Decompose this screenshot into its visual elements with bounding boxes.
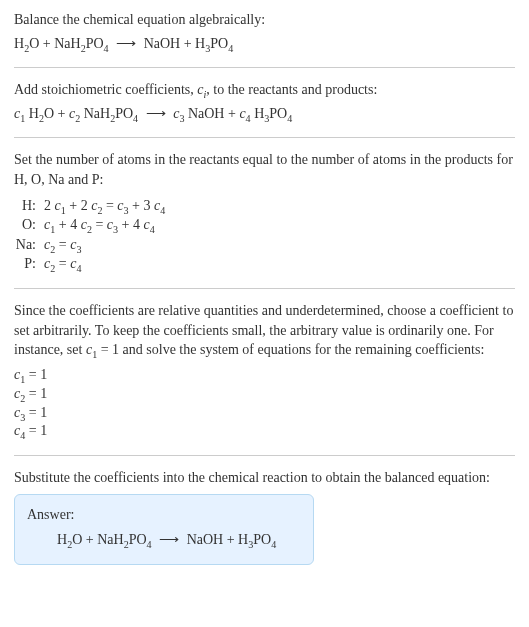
substitute-intro: Substitute the coefficients into the che… (14, 468, 515, 488)
coefficient-solutions: c1 = 1 c2 = 1 c3 = 1 c4 = 1 (14, 366, 515, 442)
table-row: P: c2 = c4 (14, 254, 515, 274)
section-answer: Substitute the coefficients into the che… (14, 468, 515, 579)
arrow-icon: ⟶ (142, 104, 170, 124)
balanced-equation: H2O + NaH2PO4 ⟶ NaOH + H3PO4 (27, 530, 301, 550)
element-label: O: (14, 215, 44, 235)
coeff-line: c3 = 1 (14, 404, 515, 423)
arrow-icon: ⟶ (155, 530, 183, 550)
section-atom-balance: Set the number of atoms in the reactants… (14, 150, 515, 289)
element-equation: c2 = c3 (44, 235, 81, 255)
coeff-line: c2 = 1 (14, 385, 515, 404)
coeffs-intro: Add stoichiometric coefficients, ci, to … (14, 80, 515, 100)
answer-box: Answer: H2O + NaH2PO4 ⟶ NaOH + H3PO4 (14, 494, 314, 565)
title-text: Balance the chemical equation algebraica… (14, 10, 515, 30)
element-label: H: (14, 196, 44, 216)
table-row: Na: c2 = c3 (14, 235, 515, 255)
element-label: Na: (14, 235, 44, 255)
section-title: Balance the chemical equation algebraica… (14, 10, 515, 68)
section-add-coefficients: Add stoichiometric coefficients, ci, to … (14, 80, 515, 138)
answer-label: Answer: (27, 505, 301, 525)
coeffs-intro-a: Add stoichiometric coefficients, (14, 82, 197, 97)
atoms-intro: Set the number of atoms in the reactants… (14, 150, 515, 189)
equation-with-coeffs: c1 H2O + c2 NaH2PO4 ⟶ c3 NaOH + c4 H3PO4 (14, 104, 515, 124)
coeff-line: c1 = 1 (14, 366, 515, 385)
element-equation: 2 c1 + 2 c2 = c3 + 3 c4 (44, 196, 165, 216)
solve-intro: Since the coefficients are relative quan… (14, 301, 515, 360)
section-solve: Since the coefficients are relative quan… (14, 301, 515, 456)
arrow-icon: ⟶ (112, 34, 140, 54)
table-row: H: 2 c1 + 2 c2 = c3 + 3 c4 (14, 196, 515, 216)
element-equation: c2 = c4 (44, 254, 81, 274)
atom-equations-table: H: 2 c1 + 2 c2 = c3 + 3 c4 O: c1 + 4 c2 … (14, 196, 515, 274)
unbalanced-equation: H2O + NaH2PO4 ⟶ NaOH + H3PO4 (14, 34, 515, 54)
element-equation: c1 + 4 c2 = c3 + 4 c4 (44, 215, 155, 235)
coeffs-intro-b: , to the reactants and products: (206, 82, 377, 97)
element-label: P: (14, 254, 44, 274)
coeff-line: c4 = 1 (14, 422, 515, 441)
table-row: O: c1 + 4 c2 = c3 + 4 c4 (14, 215, 515, 235)
